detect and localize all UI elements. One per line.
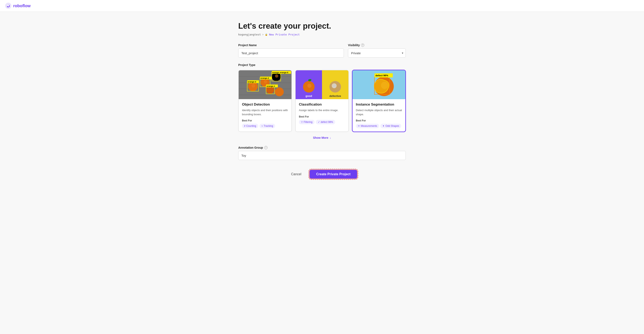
cls-defective-orange-svg: [328, 79, 342, 94]
od-card-image: orange-4 orange-2 orange-3 orange-1 oran…: [239, 70, 292, 99]
od-card-desc: Identify objects and their positions wit…: [242, 108, 288, 116]
project-type-section: Project Type: [238, 63, 406, 139]
svg-text:orange-3: orange-3: [248, 81, 256, 83]
svg-point-14: [252, 84, 255, 88]
is-best-for-label: Best For: [356, 119, 402, 122]
svg-text:defect 98%: defect 98%: [376, 74, 388, 77]
show-more-label: Show More: [313, 136, 328, 139]
od-image-svg: orange-4 orange-2 orange-3 orange-1 oran…: [239, 70, 292, 99]
hash-icon: #: [244, 124, 246, 127]
visibility-group: Visibility ? Private Public ▾: [348, 43, 406, 57]
cls-defective-side: defective: [322, 70, 348, 99]
cls-tag-list: ▽ Filtering ✓ defect 98%: [299, 120, 345, 124]
project-name-input[interactable]: [238, 48, 344, 57]
cls-tag-content-moderation-label: defect 98%: [321, 121, 333, 123]
svg-point-1: [8, 5, 9, 6]
cls-tag-content-moderation: ✓ defect 98%: [316, 120, 335, 124]
project-card-object-detection[interactable]: orange-4 orange-2 orange-3 orange-1 oran…: [238, 70, 292, 132]
show-more-button[interactable]: Show More ↓: [238, 136, 406, 139]
visibility-label: Visibility ?: [348, 43, 406, 47]
svg-point-16: [275, 87, 284, 96]
is-card-body: Instance Segmentation Detect multiple ob…: [352, 99, 405, 132]
cls-good-label: good: [306, 94, 312, 97]
project-card-classification[interactable]: good defective Classification Assig: [295, 70, 349, 132]
annotation-group-label-row: Annotation Group ?: [238, 146, 406, 149]
svg-point-32: [307, 84, 312, 88]
cls-card-image: good defective: [296, 70, 348, 99]
annotation-group-label: Annotation Group: [238, 146, 263, 149]
od-best-for-label: Best For: [242, 119, 288, 122]
is-tag-odd-shapes: ✦ Odd Shapes: [380, 124, 401, 128]
cls-defective-label: defective: [330, 94, 341, 97]
chevron-down-icon: ↓: [330, 136, 331, 139]
cls-card-desc: Assign labels to the entire image.: [299, 108, 345, 112]
project-card-instance-segmentation[interactable]: defect 98% Instance Segmentation Detect …: [352, 70, 406, 132]
svg-text:orange-5: orange-5: [280, 71, 288, 74]
main-content: Let's create your project. kogongjangtes…: [233, 12, 411, 195]
cancel-button[interactable]: Cancel: [287, 170, 306, 178]
star-icon: ✦: [382, 124, 384, 127]
create-private-project-button[interactable]: Create Private Project: [310, 170, 357, 179]
annotation-group-help-icon[interactable]: ?: [264, 146, 268, 149]
cls-best-for-label: Best For: [299, 115, 345, 118]
visibility-select-wrapper: Private Public ▾: [348, 48, 406, 57]
form-row-top: Project Name Visibility ? Private Public…: [238, 43, 406, 57]
cls-tag-filtering: ▽ Filtering: [299, 120, 314, 124]
od-tag-tracking: ≈ Tracking: [260, 124, 275, 128]
is-tag-odd-shapes-label: Odd Shapes: [385, 124, 399, 127]
roboflow-logo-icon: [5, 2, 12, 9]
project-name-group: Project Name: [238, 43, 344, 57]
is-card-title: Instance Segmentation: [356, 102, 402, 107]
is-card-image: defect 98%: [352, 70, 405, 99]
filter-icon: ▽: [301, 121, 303, 123]
annotation-group-input[interactable]: [238, 151, 406, 160]
svg-point-37: [333, 84, 336, 88]
visibility-select[interactable]: Private Public: [348, 48, 406, 57]
is-card-desc: Detect multiple objects and their actual…: [356, 108, 402, 116]
is-tag-list: ✏ Measurements ✦ Odd Shapes: [356, 124, 402, 128]
is-tag-measurements: ✏ Measurements: [356, 124, 379, 128]
svg-point-10: [275, 74, 278, 78]
od-card-title: Object Detection: [242, 102, 288, 107]
visibility-help-icon[interactable]: ?: [361, 43, 364, 47]
cls-tag-filtering-label: Filtering: [304, 121, 312, 123]
breadcrumb-project[interactable]: New Private Project: [269, 33, 300, 36]
breadcrumb-lock-icon: 🔒: [265, 33, 268, 36]
od-tag-list: # Counting ≈ Tracking: [242, 124, 288, 128]
pencil-icon: ✏: [358, 124, 360, 127]
annotation-group-section: Annotation Group ?: [238, 146, 406, 160]
svg-text:orange-1: orange-1: [266, 85, 275, 87]
od-tag-counting: # Counting: [242, 124, 258, 128]
project-type-label: Project Type: [238, 63, 406, 67]
actions-row: Cancel Create Private Project: [238, 170, 406, 179]
logo[interactable]: roboflow: [5, 2, 30, 9]
logo-text: roboflow: [13, 3, 30, 8]
od-card-body: Object Detection Identify objects and th…: [239, 99, 292, 132]
breadcrumb-separator: >: [262, 33, 264, 36]
svg-text:orange-2: orange-2: [260, 77, 269, 79]
cls-card-title: Classification: [299, 102, 345, 107]
tracking-icon: ≈: [262, 124, 263, 127]
od-tag-counting-label: Counting: [246, 124, 256, 127]
project-name-label: Project Name: [238, 43, 344, 47]
project-type-grid: orange-4 orange-2 orange-3 orange-1 oran…: [238, 70, 406, 132]
annotation-group-input-wrap: [238, 151, 406, 160]
breadcrumb-workspace[interactable]: kogongjangtest: [238, 33, 261, 36]
is-image-svg: defect 98%: [352, 70, 405, 99]
is-tag-measurements-label: Measurements: [361, 124, 377, 127]
breadcrumb: kogongjangtest > 🔒 New Private Project: [238, 33, 406, 36]
page-title: Let's create your project.: [238, 22, 406, 30]
top-bar: roboflow: [0, 0, 644, 12]
cls-good-orange-svg: [302, 79, 316, 94]
checkmark-icon: ✓: [318, 121, 320, 123]
svg-point-12: [264, 80, 267, 83]
cls-card-body: Classification Assign labels to the enti…: [296, 99, 348, 128]
od-tag-tracking-label: Tracking: [264, 124, 273, 127]
cls-good-side: good: [296, 70, 322, 99]
